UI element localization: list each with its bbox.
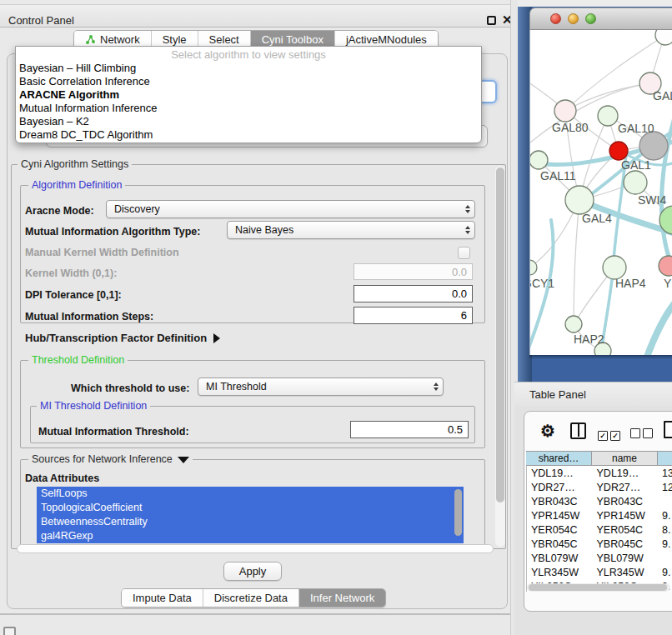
table-row[interactable]: YLR345W YLR345W 9.: [527, 565, 672, 579]
table-header-row: shared… name: [526, 451, 672, 466]
threshold-definition-title: Threshold Definition: [28, 354, 128, 366]
table-settings-gear-icon[interactable]: ⚙: [540, 421, 555, 441]
network-window-titlebar[interactable]: [529, 8, 672, 30]
algorithm-option[interactable]: Bayesian – K2: [16, 115, 481, 128]
table-row[interactable]: YBR043C YBR043C: [527, 494, 672, 508]
float-panel-icon[interactable]: [487, 16, 496, 25]
attribute-list-scrollbar[interactable]: [454, 489, 462, 536]
attribute-item-selected[interactable]: BetweennessCentrality: [37, 515, 464, 529]
minimize-window-icon[interactable]: [568, 13, 579, 24]
tab-impute-data[interactable]: Impute Data: [122, 589, 203, 607]
table-panel-titlebar: Table Panel: [514, 382, 672, 406]
node-red[interactable]: [609, 142, 628, 160]
label-gal: GAL: [653, 89, 672, 102]
network-nodes: [530, 30, 672, 355]
manual-kernel-label: Manual Kernel Width Definition: [25, 247, 179, 258]
table-panel-title: Table Panel: [529, 388, 586, 401]
node-hap4[interactable]: [603, 256, 626, 279]
tab-discretize-data[interactable]: Discretize Data: [203, 589, 299, 607]
top-strip: [518, 0, 672, 7]
node-gal80[interactable]: [554, 100, 576, 122]
manual-kernel-checkbox[interactable]: [458, 247, 470, 259]
sources-group-title[interactable]: Sources for Network Inference: [28, 453, 193, 465]
table-row[interactable]: YDL19… YDL19… 13: [527, 466, 672, 480]
node-y[interactable]: [659, 256, 672, 276]
combobox-stepper-icon: [434, 382, 439, 391]
attribute-item-selected[interactable]: TopologicalCoefficient: [37, 501, 464, 515]
expand-arrow-icon: [213, 333, 220, 343]
label-gcy1: GCY1: [530, 277, 554, 290]
node-gal11[interactable]: [530, 151, 548, 169]
algorithm-option[interactable]: Mutual Information Inference: [16, 102, 481, 115]
apply-button[interactable]: Apply: [223, 562, 282, 581]
algorithm-dropdown-popup: Select algorithm to view settings Bayesi…: [15, 46, 482, 143]
node-gal10[interactable]: [598, 106, 618, 126]
which-threshold-label: Which threshold to use:: [71, 382, 189, 394]
deselect-all-columns-icon[interactable]: [630, 427, 655, 442]
network-view[interactable]: GAL GAL80 GAL10 GAL1 GAL11 SWI4 GAL4 GCY…: [529, 30, 672, 355]
close-window-icon[interactable]: [550, 13, 561, 24]
settings-group-title: Cyni Algorithm Settings: [18, 158, 132, 170]
algorithm-option[interactable]: Basic Correlation Inference: [16, 75, 481, 88]
aracne-mode-label: Aracne Mode:: [25, 205, 94, 217]
export-table-icon[interactable]: [664, 421, 672, 438]
panel-title: Control Panel: [8, 14, 74, 27]
node-gal4[interactable]: [565, 186, 594, 214]
cyni-bottom-tabbar: Impute Data Discretize Data Infer Networ…: [121, 588, 386, 608]
show-columns-icon[interactable]: [570, 422, 586, 439]
kernel-width-field[interactable]: 0.0: [354, 263, 473, 280]
mi-threshold-group-title: MI Threshold Definition: [37, 400, 150, 412]
zoom-window-icon[interactable]: [585, 13, 596, 24]
which-threshold-combobox[interactable]: MI Threshold: [198, 378, 444, 396]
mi-steps-field[interactable]: 6: [354, 307, 473, 324]
algorithm-option[interactable]: Dream8 DC_TDC Algorithm: [16, 128, 481, 142]
column-header-shared-name[interactable]: shared…: [526, 451, 592, 466]
label-hap2: HAP2: [574, 332, 604, 346]
label-gal1: GAL1: [621, 158, 651, 172]
data-attributes-label: Data Attributes: [25, 472, 99, 484]
combobox-stepper-icon: [465, 205, 470, 213]
settings-scrollbar-thumb[interactable]: [496, 168, 504, 502]
algorithm-option[interactable]: Bayesian – Hill Climbing: [16, 62, 481, 75]
tab-infer-network[interactable]: Infer Network: [299, 589, 385, 607]
node-gal1[interactable]: [624, 171, 647, 194]
settings-horizontal-scrollbar[interactable]: [17, 544, 494, 553]
popup-placeholder: Select algorithm to view settings: [16, 48, 481, 62]
table-row[interactable]: YPR145W YPR145W 9.: [527, 508, 672, 522]
label-hap4: HAP4: [615, 277, 646, 290]
table-scrollbar-thumb[interactable]: [529, 584, 667, 591]
node-gray[interactable]: [639, 132, 668, 160]
algorithm-definition-title: Algorithm Definition: [28, 179, 125, 191]
mi-threshold-field[interactable]: 0.5: [350, 421, 469, 438]
column-header-partial[interactable]: [658, 451, 672, 466]
label-gal4: GAL4: [582, 212, 612, 225]
mi-algorithm-type-combobox[interactable]: Naive Bayes: [227, 221, 475, 239]
node-labels: GAL GAL80 GAL10 GAL1 GAL11 SWI4 GAL4 GCY…: [530, 89, 672, 346]
table-row[interactable]: YER054C YER054C 8.: [527, 522, 672, 537]
table-row[interactable]: YBL079W YBL079W: [527, 551, 672, 565]
label-gal80: GAL80: [552, 121, 589, 134]
dpi-tolerance-label: DPI Tolerance [0,1]:: [25, 289, 122, 301]
mi-threshold-label: Mutual Information Threshold:: [38, 426, 189, 438]
kernel-width-label: Kernel Width (0,1):: [25, 268, 117, 279]
aracne-mode-combobox[interactable]: Discovery: [106, 200, 475, 218]
combobox-stepper-icon: [465, 226, 470, 234]
window-bottom-shadow: [529, 355, 672, 359]
table-horizontal-scrollbar[interactable]: [527, 583, 670, 592]
attribute-item-selected[interactable]: gal4RGexp: [37, 529, 464, 543]
restore-panel-icon[interactable]: [3, 627, 16, 635]
attribute-item-selected[interactable]: SelfLoops: [37, 487, 464, 501]
control-panel-titlebar: Control Panel ✕: [0, 4, 514, 28]
node-hap2[interactable]: [565, 316, 582, 332]
select-all-columns-icon[interactable]: ✓✓: [598, 427, 623, 442]
table-row[interactable]: YBR045C YBR045C 9.: [527, 537, 672, 551]
algorithm-option-selected[interactable]: ARACNE Algorithm: [16, 88, 481, 102]
dpi-tolerance-field[interactable]: 0.0: [354, 285, 473, 302]
hub-section-toggle[interactable]: Hub/Transcription Factor Definition: [25, 332, 220, 344]
dock-bottom-divider: [0, 613, 515, 615]
network-canvas: GAL GAL80 GAL10 GAL1 GAL11 SWI4 GAL4 GCY…: [530, 30, 672, 355]
mi-steps-label: Mutual Information Steps:: [25, 311, 153, 322]
table-row[interactable]: YDR27… YDR27… 12: [527, 480, 672, 494]
node-top[interactable]: [655, 30, 672, 45]
column-header-name[interactable]: name: [592, 451, 658, 466]
